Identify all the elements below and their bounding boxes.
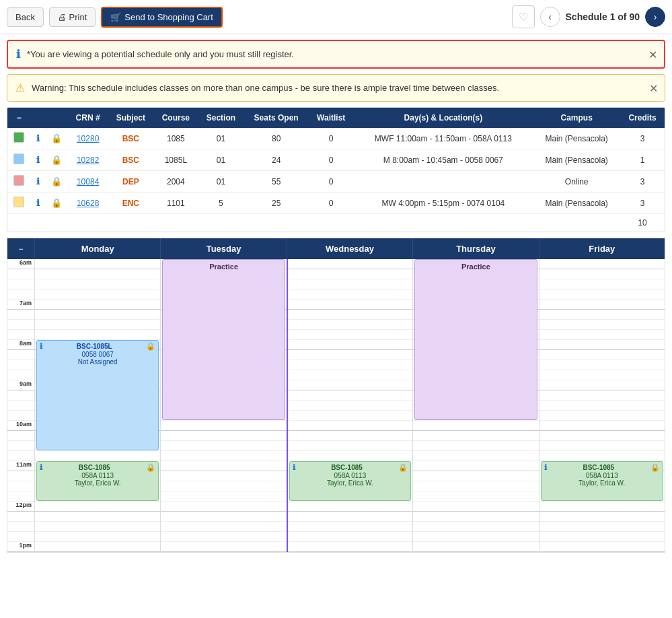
info-icon: ℹ <box>16 48 20 61</box>
lock-icon[interactable]: 🔒 <box>51 155 62 165</box>
col-section: Section <box>198 108 244 128</box>
cal-event-bsc-1085[interactable]: ℹ BSC-1085 🔒 058A 0113 Taylor, Erica W. <box>36 461 159 501</box>
time-slot <box>7 360 34 370</box>
day-time-slot <box>161 431 286 441</box>
time-slot <box>7 289 34 300</box>
cal-event-practice[interactable]: Practice <box>414 259 537 420</box>
day-time-slot <box>35 300 160 310</box>
row-seats: 24 <box>244 149 309 171</box>
day-time-slot <box>288 370 412 380</box>
row-color-cell <box>7 149 31 171</box>
row-lock-cell[interactable]: 🔒 <box>44 149 68 171</box>
warn-banner-close[interactable]: ✕ <box>649 81 658 94</box>
row-info-cell[interactable]: ℹ <box>31 193 45 214</box>
day-time-slot <box>288 522 412 532</box>
time-slot <box>7 451 34 461</box>
row-lock-cell[interactable]: 🔒 <box>44 128 68 149</box>
deselect-all-button[interactable]: − <box>13 112 24 123</box>
day-time-slot <box>539 431 665 441</box>
back-button[interactable]: Back <box>7 7 44 27</box>
cal-event-bsc-1085[interactable]: ℹ BSC-1085 🔒 058A 0113 Taylor, Erica W. <box>541 461 663 501</box>
time-slot <box>7 310 34 320</box>
day-time-slot <box>539 451 665 461</box>
event-title: BSC-1085L <box>77 343 112 350</box>
color-indicator <box>13 153 24 164</box>
row-course: 1085L <box>153 149 198 171</box>
event-lock-icon[interactable]: 🔒 <box>398 463 408 472</box>
next-schedule-button[interactable]: › <box>645 7 665 27</box>
cal-event-practice[interactable]: Practice <box>162 259 285 420</box>
day-col-wednesday: ℹ BSC-1085 🔒 058A 0113 Taylor, Erica W. <box>287 259 412 552</box>
cal-deselect-button[interactable]: − <box>15 244 26 254</box>
event-info-icon[interactable]: ℹ <box>544 463 547 472</box>
day-time-slot <box>288 350 412 360</box>
print-button[interactable]: 🖨 Print <box>49 7 96 27</box>
row-color-cell <box>7 171 31 193</box>
day-time-slot <box>35 522 160 532</box>
cal-header-wednesday: Wednesday <box>287 238 412 259</box>
day-time-slot <box>35 259 160 269</box>
row-campus: Online <box>533 171 620 193</box>
day-time-slot <box>288 279 412 289</box>
lock-icon[interactable]: 🔒 <box>51 176 62 186</box>
heart-button[interactable]: ♡ <box>512 5 535 28</box>
time-slot: 8am <box>7 340 34 350</box>
row-crn[interactable]: 10280 <box>68 128 108 149</box>
table-row: ℹ 🔒 10280 BSC 1085 01 80 0 MWF 11:00am -… <box>7 128 665 149</box>
day-time-slot <box>539 512 665 522</box>
time-slot <box>7 532 34 542</box>
day-time-slot <box>288 340 412 350</box>
event-lock-icon[interactable]: 🔒 <box>650 463 660 472</box>
day-col-thursday: Practice <box>412 259 538 552</box>
col-seats: Seats Open <box>244 108 309 128</box>
cal-event-bsc-1085[interactable]: ℹ BSC-1085 🔒 058A 0113 Taylor, Erica W. <box>289 461 411 501</box>
row-info-cell[interactable]: ℹ <box>31 128 45 149</box>
info-banner-close[interactable]: ✕ <box>648 48 657 61</box>
day-time-slot <box>539 390 665 401</box>
warn-banner: ⚠ Warning: This schedule includes classe… <box>7 74 665 102</box>
calendar: − Monday Tuesday Wednesday Thursday Frid… <box>7 238 665 553</box>
info-icon[interactable]: ℹ <box>36 176 40 186</box>
day-time-slot <box>539 411 665 421</box>
event-info-icon[interactable]: ℹ <box>293 463 295 472</box>
day-time-slot <box>288 380 412 390</box>
info-icon[interactable]: ℹ <box>36 133 40 143</box>
event-lock-icon[interactable]: 🔒 <box>146 342 155 351</box>
day-time-slot <box>539 340 665 350</box>
day-time-slot <box>288 300 412 310</box>
prev-schedule-button[interactable]: ‹ <box>540 7 560 27</box>
warn-icon: ⚠ <box>15 81 25 94</box>
day-time-slot <box>35 330 160 340</box>
row-info-cell[interactable]: ℹ <box>31 149 45 171</box>
day-time-slot <box>35 532 160 542</box>
row-waitlist: 0 <box>309 171 354 193</box>
col-check: − <box>7 108 31 128</box>
row-credits: 1 <box>620 149 665 171</box>
col-lock <box>44 108 68 128</box>
day-time-slot <box>288 532 412 542</box>
event-info-icon[interactable]: ℹ <box>40 342 42 351</box>
info-banner: ℹ *You are viewing a potential schedule … <box>7 40 665 69</box>
info-icon[interactable]: ℹ <box>36 198 40 208</box>
cal-header: − Monday Tuesday Wednesday Thursday Frid… <box>7 238 665 259</box>
day-time-slot <box>35 451 160 461</box>
row-section: 01 <box>198 149 244 171</box>
row-subject: ENC <box>108 193 153 214</box>
info-icon[interactable]: ℹ <box>36 155 40 165</box>
row-crn[interactable]: 10628 <box>68 193 108 214</box>
cal-event-bsc-1085l[interactable]: ℹ BSC-1085L 🔒 0058 0067 Not Assigned <box>36 340 159 450</box>
send-to-cart-button[interactable]: 🛒 Send to Shopping Cart <box>101 7 223 28</box>
row-crn[interactable]: 10282 <box>68 149 108 171</box>
row-lock-cell[interactable]: 🔒 <box>44 171 68 193</box>
row-lock-cell[interactable]: 🔒 <box>44 193 68 214</box>
row-info-cell[interactable]: ℹ <box>31 171 45 193</box>
event-info-icon[interactable]: ℹ <box>40 463 42 472</box>
lock-icon[interactable]: 🔒 <box>51 133 62 143</box>
lock-icon[interactable]: 🔒 <box>51 198 62 208</box>
row-waitlist: 0 <box>309 149 354 171</box>
row-crn[interactable]: 10084 <box>68 171 108 193</box>
day-time-slot <box>161 451 286 461</box>
day-time-slot <box>413 502 538 512</box>
event-lock-icon[interactable]: 🔒 <box>146 463 155 472</box>
time-slot <box>7 471 34 481</box>
